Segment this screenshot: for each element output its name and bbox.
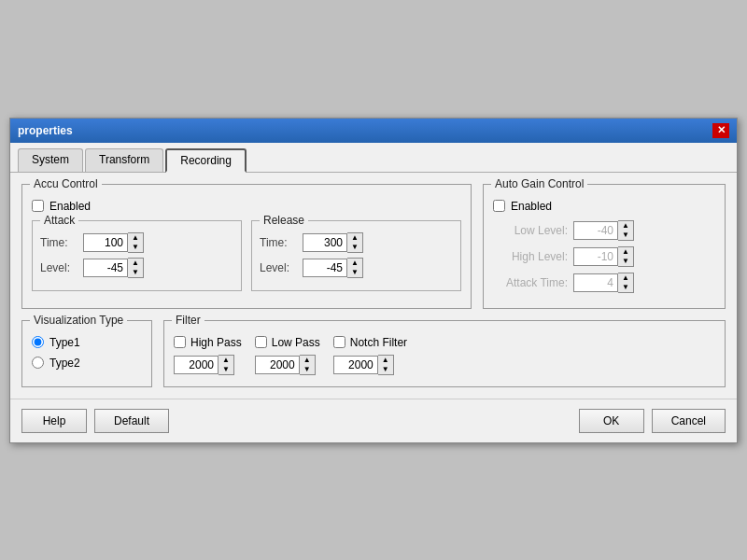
notch-filter-checkbox-row: Notch Filter: [333, 336, 407, 349]
tab-transform[interactable]: Transform: [85, 148, 163, 172]
high-pass-spin-buttons: ▲ ▼: [218, 355, 234, 375]
tab-content: Accu Control Enabled Attack Time:: [10, 173, 737, 399]
release-level-row: Level: ▲ ▼: [260, 258, 453, 278]
notch-filter-checkbox[interactable]: [333, 336, 345, 348]
ag-high-level-down[interactable]: ▼: [618, 257, 633, 266]
ag-high-level-spinner: ▲ ▼: [573, 246, 634, 267]
auto-gain-control-group: Auto Gain Control Enabled Low Level: ▲ ▼: [483, 184, 726, 309]
attack-level-label: Level:: [40, 261, 78, 274]
tab-system[interactable]: System: [18, 148, 83, 172]
title-bar: properties ✕: [10, 119, 737, 143]
low-pass-checkbox[interactable]: [255, 336, 267, 348]
accu-enabled-label: Enabled: [49, 200, 91, 213]
notch-filter-up[interactable]: ▲: [378, 356, 393, 365]
ag-high-level-label: High Level:: [493, 250, 568, 263]
close-button[interactable]: ✕: [712, 123, 729, 138]
type1-label: Type1: [49, 336, 80, 349]
attack-time-up[interactable]: ▲: [128, 233, 143, 243]
ag-high-level-spin-buttons: ▲ ▼: [618, 246, 634, 267]
attack-level-input[interactable]: [83, 259, 128, 277]
ag-low-level-spinner: ▲ ▼: [573, 220, 634, 241]
attack-level-spinner: ▲ ▼: [83, 258, 144, 278]
low-pass-col: Low Pass ▲ ▼: [255, 336, 320, 375]
notch-filter-col: Notch Filter ▲ ▼: [333, 336, 407, 375]
type1-row: Type1: [32, 336, 142, 349]
ag-low-level-row: Low Level: ▲ ▼: [493, 220, 715, 241]
title-bar-text: properties: [18, 124, 73, 137]
notch-filter-down[interactable]: ▼: [378, 365, 393, 374]
cancel-button[interactable]: Cancel: [652, 409, 726, 433]
release-time-row: Time: ▲ ▼: [260, 232, 453, 253]
accu-enabled-checkbox[interactable]: [32, 200, 44, 212]
low-pass-input[interactable]: [255, 356, 300, 374]
high-pass-checkbox[interactable]: [174, 336, 186, 348]
type2-radio[interactable]: [32, 357, 44, 369]
attack-level-down[interactable]: ▼: [128, 268, 143, 277]
attack-level-up[interactable]: ▲: [128, 259, 143, 268]
ag-attack-time-spin-buttons: ▲ ▼: [618, 273, 634, 293]
ok-button[interactable]: OK: [579, 409, 644, 433]
ag-high-level-row: High Level: ▲ ▼: [493, 246, 715, 267]
right-buttons: OK Cancel: [579, 409, 726, 433]
release-level-label: Level:: [260, 261, 297, 274]
low-pass-down[interactable]: ▼: [300, 365, 315, 374]
high-pass-down[interactable]: ▼: [218, 365, 233, 374]
release-level-spin-buttons: ▲ ▼: [347, 258, 363, 278]
attack-time-input[interactable]: [83, 233, 128, 252]
notch-filter-spinner: ▲ ▼: [333, 355, 394, 375]
release-level-up[interactable]: ▲: [347, 259, 362, 268]
type1-radio[interactable]: [32, 336, 44, 348]
ag-low-level-input[interactable]: [573, 221, 618, 240]
ag-high-level-up[interactable]: ▲: [618, 247, 633, 257]
attack-level-row: Level: ▲ ▼: [40, 258, 233, 278]
attack-time-label: Time:: [40, 236, 78, 249]
low-pass-checkbox-row: Low Pass: [255, 336, 320, 349]
attack-label: Attack: [40, 214, 78, 227]
help-button[interactable]: Help: [21, 409, 87, 433]
high-pass-label: High Pass: [190, 336, 242, 349]
accu-control-label: Accu Control: [30, 177, 102, 190]
auto-gain-label: Auto Gain Control: [491, 177, 587, 190]
release-time-input[interactable]: [303, 233, 347, 252]
release-time-up[interactable]: ▲: [347, 233, 362, 243]
ag-attack-time-down[interactable]: ▼: [618, 283, 633, 292]
ag-enabled-label: Enabled: [511, 200, 552, 213]
ag-attack-time-up[interactable]: ▲: [618, 273, 633, 283]
default-button[interactable]: Default: [94, 409, 169, 433]
button-bar: Help Default OK Cancel: [10, 399, 737, 442]
ag-high-level-input[interactable]: [573, 247, 618, 266]
ag-enabled-checkbox[interactable]: [493, 200, 505, 212]
ag-low-level-up[interactable]: ▲: [618, 221, 633, 231]
ag-attack-time-input[interactable]: [573, 273, 618, 292]
attack-release-row: Attack Time: ▲ ▼: [32, 220, 461, 291]
ag-low-level-spin-buttons: ▲ ▼: [618, 220, 634, 241]
high-pass-input[interactable]: [174, 356, 218, 374]
release-level-input[interactable]: [303, 259, 347, 277]
high-pass-spinner: ▲ ▼: [174, 355, 234, 375]
type2-label: Type2: [49, 357, 80, 370]
attack-time-spin-buttons: ▲ ▼: [128, 232, 144, 253]
filter-inner: High Pass ▲ ▼: [174, 336, 715, 375]
visualization-type-group: Visualization Type Type1 Type2: [21, 320, 152, 387]
left-buttons: Help Default: [21, 409, 169, 433]
release-time-spin-buttons: ▲ ▼: [347, 232, 363, 253]
release-level-down[interactable]: ▼: [347, 268, 362, 277]
main-top-row: Accu Control Enabled Attack Time:: [21, 184, 726, 309]
ag-low-level-down[interactable]: ▼: [618, 231, 633, 240]
high-pass-up[interactable]: ▲: [218, 356, 233, 365]
low-pass-up[interactable]: ▲: [300, 356, 315, 365]
ag-attack-time-spinner: ▲ ▼: [573, 273, 634, 293]
low-pass-spin-buttons: ▲ ▼: [300, 355, 316, 375]
accu-control-group: Accu Control Enabled Attack Time:: [21, 184, 472, 309]
notch-filter-input[interactable]: [333, 356, 378, 374]
type2-row: Type2: [32, 357, 142, 370]
low-pass-label: Low Pass: [272, 336, 320, 349]
notch-filter-spin-buttons: ▲ ▼: [378, 355, 394, 375]
release-time-spinner: ▲ ▼: [303, 232, 363, 253]
release-time-down[interactable]: ▼: [347, 243, 362, 252]
filter-group: Filter High Pass ▲: [163, 320, 726, 387]
bottom-row: Visualization Type Type1 Type2 Filter: [21, 320, 726, 387]
attack-time-down[interactable]: ▼: [128, 243, 143, 252]
ag-attack-time-row: Attack Time: ▲ ▼: [493, 273, 715, 293]
tab-recording[interactable]: Recording: [165, 148, 247, 173]
